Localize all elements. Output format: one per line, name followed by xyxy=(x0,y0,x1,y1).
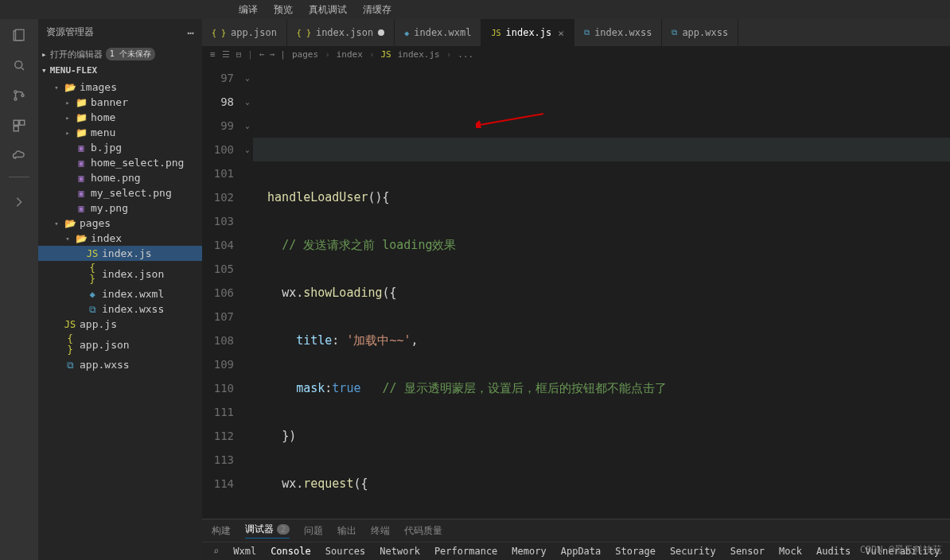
close-tab-icon[interactable]: × xyxy=(558,27,564,39)
devtool-tab-audits[interactable]: Audits xyxy=(816,546,851,557)
cloud-icon[interactable] xyxy=(10,146,29,165)
chevron-down-icon: ▾ xyxy=(41,65,47,76)
project-header[interactable]: ▾ MENU-FLEX xyxy=(38,63,202,78)
top-menu-bar: 编译 预览 真机调试 清缓存 xyxy=(0,0,950,19)
panel-tab-1[interactable]: 调试器2 xyxy=(245,523,290,539)
editor-area: { }app.json{ }index.json◆index.wxmlJSind… xyxy=(202,19,950,560)
editor-tab-index-wxml[interactable]: ◆index.wxml xyxy=(395,19,481,46)
tree-item-home_select-png[interactable]: ▣home_select.png xyxy=(38,155,202,170)
collapse-icon[interactable]: ⊟ xyxy=(236,49,242,60)
tree-item-my-png[interactable]: ▣my.png xyxy=(38,200,202,216)
tree-item-index-js[interactable]: JSindex.js xyxy=(38,246,202,261)
panel-tab-2[interactable]: 问题 xyxy=(304,524,323,538)
panel-tab-4[interactable]: 终端 xyxy=(371,524,390,538)
js-icon: JS xyxy=(64,319,76,330)
devtool-tab-appdata[interactable]: AppData xyxy=(561,546,602,557)
tree-item-my_select-png[interactable]: ▣my_select.png xyxy=(38,185,202,200)
svg-point-3 xyxy=(14,98,17,100)
list-icon[interactable]: ≡ xyxy=(210,49,216,60)
breadcrumb: ≡ ☰ ⊟ | ← → | pages › index › JS index.j… xyxy=(202,46,950,63)
files-icon[interactable] xyxy=(10,25,29,45)
devtool-tab-sources[interactable]: Sources xyxy=(325,546,366,557)
svg-line-8 xyxy=(480,114,543,125)
tree-item-banner[interactable]: ▸📁banner xyxy=(38,95,202,110)
wxml-icon: ◆ xyxy=(404,29,409,37)
breadcrumb-more[interactable]: ... xyxy=(457,49,473,60)
code-area[interactable]: 9798991001011021031041051061071081091101… xyxy=(202,63,950,519)
main-row: 资源管理器 ⋯ ▸ 打开的编辑器 1 个未保存 ▾ MENU-FLEX ▾📂im… xyxy=(0,19,950,560)
folder-icon: 📁 xyxy=(75,127,88,138)
devtool-tab-performance[interactable]: Performance xyxy=(434,546,497,557)
tree-item-home[interactable]: ▸📁home xyxy=(38,110,202,125)
breadcrumb-index[interactable]: index xyxy=(337,49,363,60)
json-icon: { } xyxy=(64,333,76,356)
search-icon[interactable] xyxy=(10,56,29,75)
img-icon: ▣ xyxy=(75,142,88,154)
source-control-icon[interactable] xyxy=(10,86,29,105)
collapse-icon[interactable] xyxy=(10,192,29,212)
tree-item-b-jpg[interactable]: ▣b.jpg xyxy=(38,140,202,155)
menu-clear-cache[interactable]: 清缓存 xyxy=(363,3,391,17)
tree-item-images[interactable]: ▾📂images xyxy=(38,80,202,95)
devtool-tab-wxml[interactable]: Wxml xyxy=(233,546,256,557)
more-icon[interactable]: ⋯ xyxy=(188,26,194,39)
line-number-gutter: 9798991001011021031041051061071081091101… xyxy=(202,63,242,519)
svg-rect-7 xyxy=(14,126,18,131)
panel-tab-3[interactable]: 输出 xyxy=(337,524,356,538)
inspect-icon[interactable]: ⌕ xyxy=(213,546,219,557)
unsaved-badge: 1 个未保存 xyxy=(106,48,155,60)
devtool-tab-network[interactable]: Network xyxy=(380,546,420,557)
tree-item-index-json[interactable]: { }index.json xyxy=(38,261,202,286)
chevron-right-icon: ▸ xyxy=(41,49,47,60)
img-icon: ▣ xyxy=(75,158,88,169)
open-editors-header[interactable]: ▸ 打开的编辑器 1 个未保存 xyxy=(38,45,202,63)
extensions-icon[interactable] xyxy=(10,116,29,135)
js-icon: JS xyxy=(86,248,99,259)
devtool-tab-storage[interactable]: Storage xyxy=(615,546,656,557)
wxss-icon: ⧉ xyxy=(584,28,590,37)
tree-item-app-wxss[interactable]: ⧉app.wxss xyxy=(38,357,202,372)
watermark-text: CSDN @景天科技苑 xyxy=(860,543,942,557)
folder-open-icon: 📂 xyxy=(75,233,88,244)
devtool-tabs: ⌕ WxmlConsoleSourcesNetworkPerformanceMe… xyxy=(202,542,950,560)
js-icon: JS xyxy=(381,49,391,60)
code-content[interactable]: handleLoadUser(){ // 发送请求之前 loading效果 wx… xyxy=(253,63,950,519)
breadcrumb-pages[interactable]: pages xyxy=(292,49,318,60)
tree-item-index-wxss[interactable]: ⧉index.wxss xyxy=(38,301,202,317)
outline-icon[interactable]: ☰ xyxy=(222,49,230,60)
tree-item-index[interactable]: ▾📂index xyxy=(38,231,202,246)
devtool-tab-mock[interactable]: Mock xyxy=(779,546,802,557)
js-icon: JS xyxy=(491,29,500,37)
file-tree: ▾📂images▸📁banner▸📁home▸📁menu▣b.jpg▣home_… xyxy=(38,78,202,374)
img-icon: ▣ xyxy=(75,188,88,199)
tree-item-index-wxml[interactable]: ◆index.wxml xyxy=(38,286,202,301)
panel-tabs: 构建调试器2问题输出终端代码质量 xyxy=(202,519,950,542)
devtool-tab-memory[interactable]: Memory xyxy=(512,546,546,557)
tree-item-home-png[interactable]: ▣home.png xyxy=(38,170,202,185)
panel-tab-0[interactable]: 构建 xyxy=(212,524,231,538)
wxml-icon: ◆ xyxy=(86,289,99,300)
editor-tab-app-wxss[interactable]: ⧉app.wxss xyxy=(662,19,738,46)
panel-tab-5[interactable]: 代码质量 xyxy=(404,524,442,538)
menu-preview[interactable]: 预览 xyxy=(274,3,293,17)
bottom-panel: 构建调试器2问题输出终端代码质量 ⌕ WxmlConsoleSourcesNet… xyxy=(202,519,950,560)
editor-tab-index-json[interactable]: { }index.json xyxy=(287,19,395,46)
tree-item-app-json[interactable]: { }app.json xyxy=(38,332,202,357)
menu-compile[interactable]: 编译 xyxy=(239,3,258,17)
img-icon: ▣ xyxy=(75,203,88,214)
editor-tabs: { }app.json{ }index.json◆index.wxmlJSind… xyxy=(202,19,950,46)
devtool-tab-console[interactable]: Console xyxy=(271,546,311,557)
svg-rect-0 xyxy=(16,29,25,41)
tree-item-app-js[interactable]: JSapp.js xyxy=(38,317,202,332)
tree-item-menu[interactable]: ▸📁menu xyxy=(38,125,202,140)
editor-tab-index-wxss[interactable]: ⧉index.wxss xyxy=(574,19,662,46)
tree-item-pages[interactable]: ▾📂pages xyxy=(38,216,202,231)
devtool-tab-security[interactable]: Security xyxy=(670,546,716,557)
editor-tab-index-js[interactable]: JSindex.js× xyxy=(481,19,574,46)
breadcrumb-file[interactable]: index.js xyxy=(398,49,440,60)
sidebar-title: 资源管理器 xyxy=(46,25,94,39)
menu-debug[interactable]: 真机调试 xyxy=(309,3,347,17)
devtool-tab-sensor[interactable]: Sensor xyxy=(730,546,765,557)
editor-tab-app-json[interactable]: { }app.json xyxy=(202,19,287,46)
fold-column: ⌄⌄⌄⌄ xyxy=(242,63,253,519)
